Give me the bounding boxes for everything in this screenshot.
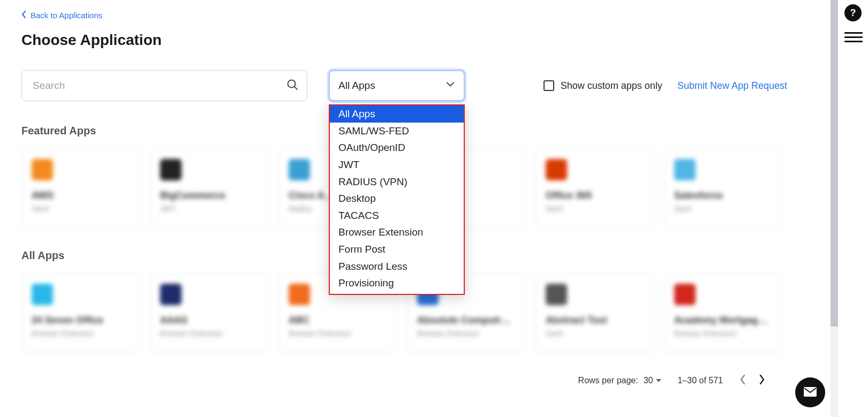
app-icon (674, 159, 696, 180)
next-page-button[interactable] (758, 374, 766, 387)
app-card[interactable]: Academy Mortgage C…Browser Extension (664, 274, 782, 353)
chevron-left-icon (21, 11, 26, 20)
search-icon (286, 78, 299, 93)
app-card[interactable]: Office 365Saml (535, 149, 653, 228)
show-custom-apps-checkbox[interactable]: Show custom apps only (544, 80, 662, 92)
filter-option[interactable]: Provisioning (330, 275, 464, 292)
back-to-applications-link[interactable]: Back to Applications (21, 11, 102, 20)
help-button[interactable]: ? (844, 4, 862, 21)
filter-option[interactable]: OAuth/OpenID (330, 139, 464, 156)
show-custom-label: Show custom apps only (561, 80, 662, 92)
app-name: Absolute Computrace (417, 315, 515, 326)
app-name: AWS (32, 190, 129, 201)
page-title: Choose Application (21, 32, 787, 49)
search-input[interactable] (21, 70, 307, 101)
app-type: Saml (546, 204, 643, 213)
search-field[interactable] (21, 70, 307, 101)
filter-option[interactable]: Password Less (330, 258, 464, 275)
chevron-down-icon (446, 80, 455, 92)
app-card[interactable]: Abstract ToolSaml (535, 274, 653, 353)
svg-line-1 (295, 87, 297, 89)
app-type-dropdown[interactable]: All AppsSAML/WS-FEDOAuth/OpenIDJWTRADIUS… (329, 104, 465, 295)
app-icon (546, 284, 567, 305)
mail-icon (803, 386, 817, 398)
app-type: Saml (32, 204, 129, 213)
app-name: BigCommerce (160, 190, 258, 201)
filter-option[interactable]: TACACS (330, 207, 464, 224)
triangle-down-icon (656, 379, 661, 382)
app-icon (289, 159, 310, 180)
filter-option[interactable]: Browser Extension (330, 224, 464, 241)
filter-selected-value: All Apps (338, 80, 375, 92)
app-type: Browser Extension (160, 329, 258, 338)
app-name: Academy Mortgage C… (674, 315, 772, 326)
back-link-label: Back to Applications (31, 11, 102, 20)
app-icon (32, 159, 53, 180)
app-icon (289, 284, 310, 305)
app-card[interactable]: 24 Seven OfficeBrowser Extension (21, 274, 139, 353)
app-type: JWT (160, 204, 258, 213)
app-name: ABC (289, 315, 386, 326)
app-icon (674, 284, 696, 305)
app-type: Saml (674, 204, 772, 213)
filter-option[interactable]: JWT (330, 156, 464, 173)
app-type: Browser Extension (417, 329, 515, 338)
app-type: Browser Extension (289, 329, 386, 338)
app-name: 24 Seven Office (32, 315, 129, 326)
submit-new-app-link[interactable]: Submit New App Request (677, 80, 787, 92)
app-name: Salesforce (674, 190, 772, 201)
app-type: Saml (546, 329, 643, 338)
rows-per-page-label: Rows per page: (578, 376, 638, 385)
app-icon (160, 284, 182, 305)
app-card[interactable]: SalesforceSaml (664, 149, 782, 228)
scrollbar-thumb[interactable] (831, 0, 838, 327)
rows-per-page-value: 30 (644, 376, 653, 385)
app-name: Abstract Tool (546, 315, 643, 326)
app-card[interactable]: AAASBrowser Extension (150, 274, 268, 353)
app-icon (546, 159, 567, 180)
filter-option[interactable]: RADIUS (VPN) (330, 173, 464, 191)
app-type-filter[interactable]: All Apps (329, 70, 465, 101)
rows-per-page-select[interactable]: 30 (644, 376, 662, 385)
app-type: Browser Extension (674, 329, 772, 338)
menu-button[interactable] (844, 32, 863, 42)
chat-button[interactable] (795, 377, 825, 407)
previous-page-button[interactable] (739, 374, 746, 387)
filter-option[interactable]: Desktop (330, 190, 464, 207)
app-card[interactable]: BigCommerceJWT (150, 149, 268, 228)
checkbox-icon (544, 80, 554, 91)
app-name: AAAS (160, 315, 258, 326)
app-name: Office 365 (546, 190, 643, 201)
app-icon (160, 159, 182, 180)
filter-option[interactable]: All Apps (330, 105, 464, 123)
app-card[interactable]: AWSSaml (21, 149, 139, 228)
filter-option[interactable]: Form Post (330, 241, 464, 258)
app-icon (32, 284, 53, 305)
app-type: Browser Extension (32, 329, 129, 338)
filter-option[interactable]: SAML/WS-FED (330, 123, 464, 140)
pagination-range: 1–30 of 571 (677, 376, 723, 385)
